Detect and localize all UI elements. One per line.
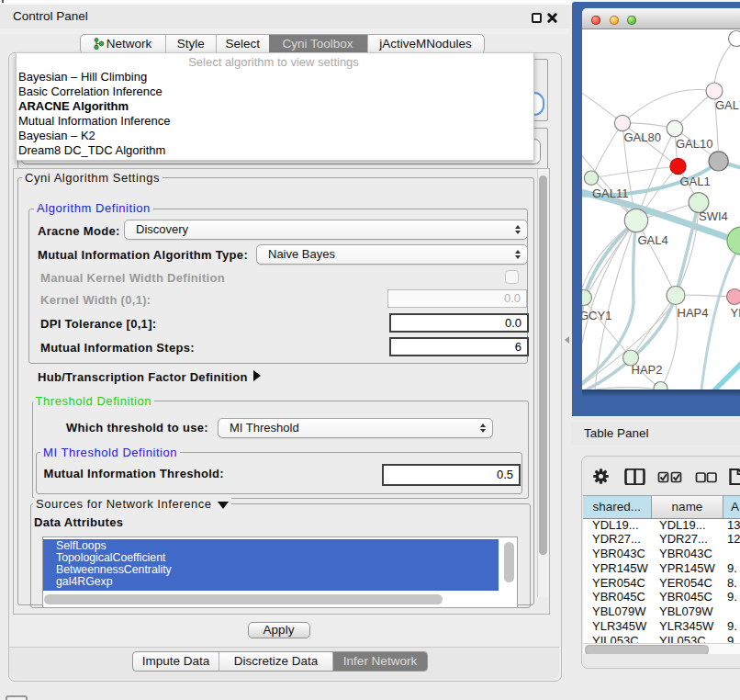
svg-text:GCY1: GCY1 — [582, 309, 611, 322]
svg-text:GAL4: GAL4 — [638, 233, 668, 247]
svg-text:YM: YM — [731, 306, 740, 320]
svg-text:SWI4: SWI4 — [699, 209, 728, 223]
svg-text:HAP4: HAP4 — [678, 306, 709, 320]
svg-text:GAL80: GAL80 — [624, 130, 661, 144]
svg-text:HAP2: HAP2 — [632, 363, 663, 377]
svg-text:GAL7: GAL7 — [715, 98, 740, 112]
svg-text:GAL11: GAL11 — [592, 186, 629, 200]
svg-text:GAL10: GAL10 — [676, 137, 712, 151]
svg-text:GAL1: GAL1 — [680, 175, 711, 188]
